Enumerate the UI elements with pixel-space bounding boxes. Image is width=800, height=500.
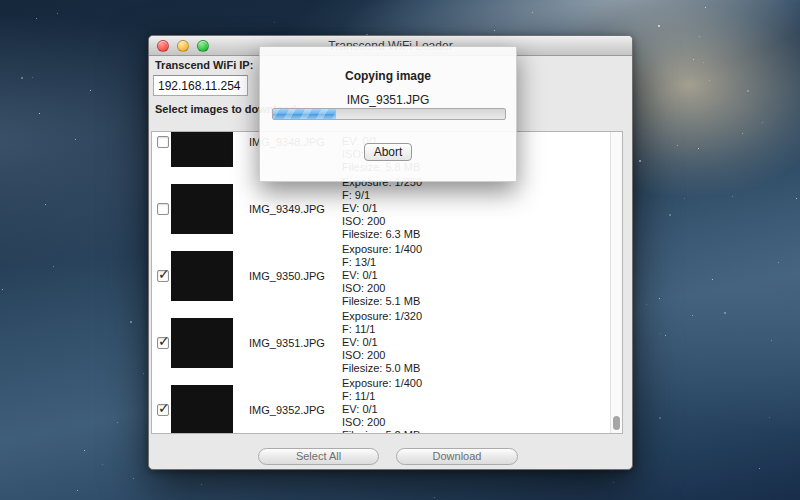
thumbnail [171,131,233,167]
ip-input[interactable] [153,75,248,96]
close-button[interactable] [157,40,169,52]
copying-filename: IMG_9351.JPG [260,93,516,107]
image-details: Exposure: 1/400F: 13/1 EV: 0/1ISO: 200 F… [342,243,422,308]
minimize-button[interactable] [177,40,189,52]
list-item: IMG_9351.JPG Exposure: 1/320F: 11/1 EV: … [152,309,610,376]
image-details: Exposure: 1/320F: 11/1 EV: 0/1ISO: 200 F… [342,310,422,375]
progress-bar [272,108,506,120]
ip-label: Transcend WiFi IP: [155,59,253,71]
download-button[interactable]: Download [396,448,518,465]
image-filename: IMG_9352.JPG [249,404,342,416]
list-item: IMG_9349.JPG Exposure: 1/250F: 9/1 EV: 0… [152,175,610,242]
image-details: Exposure: 1/400F: 11/1 EV: 0/1ISO: 200 F… [342,377,422,434]
select-all-button[interactable]: Select All [258,448,379,465]
checkbox[interactable] [157,337,169,349]
thumbnail [171,251,233,301]
checkbox[interactable] [157,203,169,215]
abort-button[interactable]: Abort [364,143,412,161]
scrollbar-thumb[interactable] [613,416,620,430]
progress-fill [273,109,336,119]
scrollbar-track[interactable] [610,132,622,433]
list-item: IMG_9352.JPG Exposure: 1/400F: 11/1 EV: … [152,376,610,434]
thumbnail [171,184,233,234]
image-details: Exposure: 1/250F: 9/1 EV: 0/1ISO: 200 Fi… [342,176,422,241]
image-filename: IMG_9350.JPG [249,270,342,282]
checkbox[interactable] [157,404,169,416]
image-filename: IMG_9351.JPG [249,337,342,349]
thumbnail [171,385,233,435]
copying-title: Copying image [260,69,516,83]
zoom-button[interactable] [197,40,209,52]
checkbox[interactable] [157,136,169,148]
thumbnail [171,318,233,368]
copying-dialog: Copying image IMG_9351.JPG Abort [259,46,517,182]
checkbox[interactable] [157,270,169,282]
app-window: Transcend WiFi Loader Transcend WiFi IP:… [148,35,633,470]
list-item: IMG_9350.JPG Exposure: 1/400F: 13/1 EV: … [152,242,610,309]
image-filename: IMG_9349.JPG [249,203,342,215]
